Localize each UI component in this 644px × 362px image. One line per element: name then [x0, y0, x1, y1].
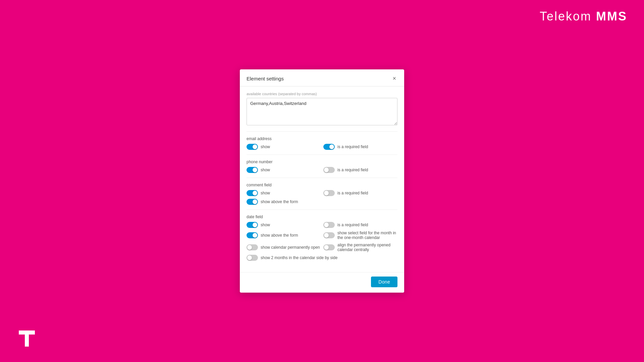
date-required-label: is a required field — [337, 223, 368, 227]
modal-title: Element settings — [247, 76, 284, 81]
date-field-title: date field — [247, 215, 397, 219]
date-above-form-item: show above the form — [247, 232, 321, 238]
email-toggle-row: show is a required field — [247, 144, 397, 150]
date-calendar-row: show calendar permanently open align the… — [247, 243, 397, 252]
date-2months-row: show 2 months in the calendar side by si… — [247, 255, 397, 261]
countries-label: available countries (separated by commas… — [247, 92, 397, 96]
comment-field-title: comment field — [247, 183, 397, 187]
date-calendar-permanent-item: show calendar permanently open — [247, 244, 321, 250]
date-calendar-permanent-label: show calendar permanently open — [261, 245, 320, 250]
divider-1 — [247, 131, 397, 132]
date-required-item: is a required field — [323, 222, 397, 228]
date-show-toggle[interactable] — [247, 222, 258, 228]
countries-textarea[interactable]: Germany,Austria,Switzerland — [247, 98, 397, 125]
date-above-form-row: show above the form show select field fo… — [247, 231, 397, 240]
date-2months-label: show 2 months in the calendar side by si… — [261, 255, 337, 260]
date-above-form-toggle[interactable] — [247, 232, 258, 238]
comment-required-toggle[interactable] — [323, 190, 335, 196]
comment-show-label: show — [261, 191, 270, 195]
comment-required-label: is a required field — [337, 191, 368, 195]
phone-required-toggle[interactable] — [323, 167, 335, 173]
date-show-label: show — [261, 223, 270, 227]
phone-show-label: show — [261, 168, 270, 172]
date-select-month-item: show select field for the month in the o… — [323, 231, 397, 240]
phone-required-label: is a required field — [337, 168, 368, 172]
comment-toggle-row: show is a required field — [247, 190, 397, 196]
phone-number-section: phone number show is a — [247, 160, 397, 173]
comment-field-section: comment field show is — [247, 183, 397, 205]
phone-show-toggle[interactable] — [247, 167, 258, 173]
date-required-toggle[interactable] — [323, 222, 335, 228]
date-show-item: show — [247, 222, 321, 228]
email-address-section: email address show is — [247, 136, 397, 150]
date-align-centrally-label: align the permanently opened calendar ce… — [337, 243, 397, 252]
email-required-item: is a required field — [323, 144, 397, 150]
date-above-form-label: show above the form — [261, 233, 298, 238]
email-show-label: show — [261, 144, 270, 149]
date-align-centrally-item: align the permanently opened calendar ce… — [323, 243, 397, 252]
phone-number-title: phone number — [247, 160, 397, 164]
email-required-label: is a required field — [337, 144, 368, 149]
modal-header: Element settings × — [240, 69, 404, 86]
date-2months-toggle[interactable] — [247, 255, 258, 261]
divider-4 — [247, 209, 397, 210]
date-select-month-toggle[interactable] — [323, 232, 335, 238]
comment-above-form-toggle[interactable] — [247, 199, 258, 205]
modal-backdrop: Element settings × available countries (… — [0, 0, 644, 362]
countries-section: available countries (separated by commas… — [247, 92, 397, 127]
comment-show-item: show — [247, 190, 321, 196]
date-field-section: date field show is a r — [247, 215, 397, 261]
phone-required-item: is a required field — [323, 167, 397, 173]
phone-show-item: show — [247, 167, 321, 173]
divider-2 — [247, 155, 397, 155]
email-show-item: show — [247, 144, 321, 150]
comment-above-form-row: show above the form — [247, 199, 397, 205]
phone-toggle-row: show is a required field — [247, 167, 397, 173]
date-align-centrally-toggle[interactable] — [323, 244, 335, 250]
date-toggle-row: show is a required field — [247, 222, 397, 228]
modal-body: available countries (separated by commas… — [240, 86, 404, 272]
date-calendar-permanent-toggle[interactable] — [247, 244, 258, 250]
email-show-toggle[interactable] — [247, 144, 258, 150]
email-required-toggle[interactable] — [323, 144, 335, 150]
comment-above-form-label: show above the form — [261, 199, 298, 204]
divider-3 — [247, 178, 397, 178]
modal-footer: Done — [240, 272, 404, 293]
date-select-month-label: show select field for the month in the o… — [337, 231, 397, 240]
element-settings-modal: Element settings × available countries (… — [240, 69, 404, 293]
email-address-title: email address — [247, 136, 397, 141]
done-button[interactable]: Done — [371, 277, 397, 287]
modal-close-button[interactable]: × — [391, 75, 397, 82]
comment-required-item: is a required field — [323, 190, 397, 196]
comment-show-toggle[interactable] — [247, 190, 258, 196]
